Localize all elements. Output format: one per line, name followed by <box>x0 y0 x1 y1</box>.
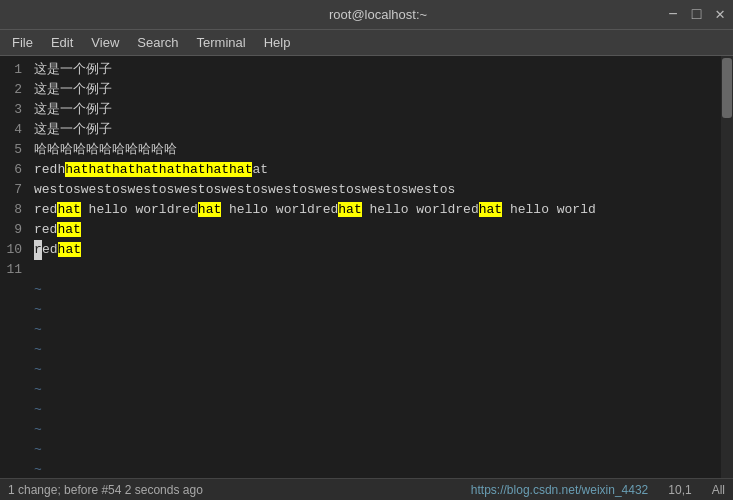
menubar: File Edit View Search Terminal Help <box>0 30 733 56</box>
maximize-button[interactable]: □ <box>692 7 702 23</box>
statusbar-change-info: 1 change; before #54 2 seconds ago <box>8 483 203 497</box>
line-num-10: 10 <box>6 240 22 260</box>
menu-terminal[interactable]: Terminal <box>189 33 254 52</box>
code-line-3: 这是一个例子 <box>34 100 717 120</box>
menu-file[interactable]: File <box>4 33 41 52</box>
line-num-4: 4 <box>6 120 22 140</box>
statusbar-position: 10,1 <box>668 483 691 497</box>
line-num-tilde-10 <box>6 460 22 478</box>
code-line-1: 这是一个例子 <box>34 60 717 80</box>
highlight-8d: hat <box>479 202 502 217</box>
code-line-10: redhat <box>34 240 717 260</box>
tilde-2: ~ <box>34 300 717 320</box>
menu-help[interactable]: Help <box>256 33 299 52</box>
line-numbers: 1 2 3 4 5 6 7 8 9 10 11 <box>0 56 30 478</box>
tilde-4: ~ <box>34 340 717 360</box>
cursor: r <box>34 240 42 260</box>
highlight-8b: hat <box>198 202 221 217</box>
line-num-3: 3 <box>6 100 22 120</box>
tilde-7: ~ <box>34 400 717 420</box>
tilde-9: ~ <box>34 440 717 460</box>
code-line-8: redhat hello worldredhat hello worldredh… <box>34 200 717 220</box>
line-num-tilde-8 <box>6 420 22 440</box>
code-content[interactable]: 这是一个例子 这是一个例子 这是一个例子 这是一个例子 哈哈哈哈哈哈哈哈哈哈哈 … <box>30 56 721 478</box>
line-num-7: 7 <box>6 180 22 200</box>
tilde-1: ~ <box>34 280 717 300</box>
code-line-5: 哈哈哈哈哈哈哈哈哈哈哈 <box>34 140 717 160</box>
line-num-1: 1 <box>6 60 22 80</box>
line-num-6: 6 <box>6 160 22 180</box>
titlebar-controls: − □ ✕ <box>668 7 725 23</box>
tilde-3: ~ <box>34 320 717 340</box>
line-num-9: 9 <box>6 220 22 240</box>
highlight-8a: hat <box>57 202 80 217</box>
line-num-tilde-4 <box>6 340 22 360</box>
line-num-tilde-3 <box>6 320 22 340</box>
line-num-2: 2 <box>6 80 22 100</box>
tilde-10: ~ <box>34 460 717 478</box>
line-num-tilde-1 <box>6 280 22 300</box>
line-num-tilde-7 <box>6 400 22 420</box>
menu-search[interactable]: Search <box>129 33 186 52</box>
code-line-7: westoswestoswestoswestoswestoswestoswest… <box>34 180 717 200</box>
minimize-button[interactable]: − <box>668 7 678 23</box>
titlebar-title: root@localhost:~ <box>329 7 427 22</box>
highlight-8c: hat <box>338 202 361 217</box>
menu-view[interactable]: View <box>83 33 127 52</box>
line-num-tilde-6 <box>6 380 22 400</box>
statusbar: 1 change; before #54 2 seconds ago https… <box>0 478 733 500</box>
statusbar-mode: All <box>712 483 725 497</box>
tilde-6: ~ <box>34 380 717 400</box>
highlight-9: hat <box>57 222 80 237</box>
code-line-9: redhat <box>34 220 717 240</box>
scrollbar-thumb[interactable] <box>722 58 732 118</box>
titlebar: root@localhost:~ − □ ✕ <box>0 0 733 30</box>
code-line-11 <box>34 260 717 280</box>
line-num-tilde-2 <box>6 300 22 320</box>
close-button[interactable]: ✕ <box>715 7 725 23</box>
code-line-4: 这是一个例子 <box>34 120 717 140</box>
highlight-6: hathathathathathathathat <box>65 162 252 177</box>
code-line-2: 这是一个例子 <box>34 80 717 100</box>
line-num-5: 5 <box>6 140 22 160</box>
scrollbar[interactable] <box>721 56 733 478</box>
menu-edit[interactable]: Edit <box>43 33 81 52</box>
statusbar-url: https://blog.csdn.net/weixin_4432 <box>471 483 648 497</box>
statusbar-right: https://blog.csdn.net/weixin_4432 10,1 A… <box>471 483 725 497</box>
code-line-6: redhhathathathathathathathatat <box>34 160 717 180</box>
line-num-11: 11 <box>6 260 22 280</box>
line-num-8: 8 <box>6 200 22 220</box>
editor: 1 2 3 4 5 6 7 8 9 10 11 这是一个例子 这是一个例子 这是… <box>0 56 733 478</box>
line-num-tilde-5 <box>6 360 22 380</box>
tilde-8: ~ <box>34 420 717 440</box>
tilde-5: ~ <box>34 360 717 380</box>
highlight-10: hat <box>58 242 81 257</box>
line-num-tilde-9 <box>6 440 22 460</box>
